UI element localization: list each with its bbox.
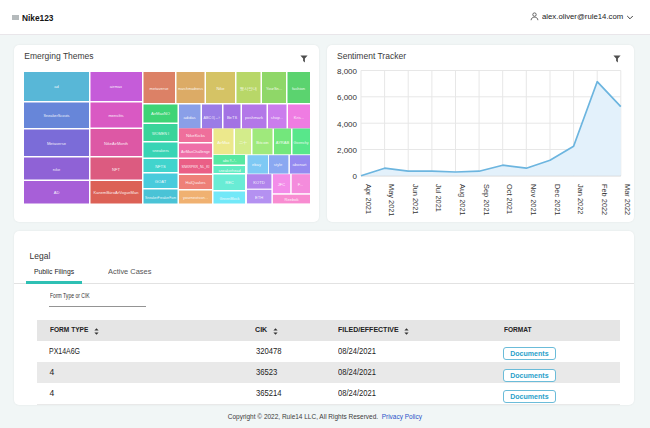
svg-text:fashion: fashion [292, 86, 306, 91]
svg-text:Sep 2021: Sep 2021 [482, 184, 491, 216]
svg-text:Kris...: Kris... [294, 115, 304, 120]
svg-text:poshmark: poshmark [245, 115, 264, 120]
svg-text:KOTD: KOTD [253, 180, 264, 185]
svg-text:yournextssn...: yournextssn... [183, 195, 208, 200]
svg-text:REC: REC [225, 180, 234, 185]
svg-text:Metaverse: Metaverse [47, 141, 67, 146]
svg-text:Mar 2022: Mar 2022 [623, 184, 632, 215]
svg-text:SneakerScouts: SneakerScouts [44, 113, 70, 118]
svg-text:Apr 2021: Apr 2021 [364, 184, 373, 214]
svg-text:SneakerFreakerFam: SneakerFreakerFam [145, 195, 176, 200]
svg-text:AirMaxNO: AirMaxNO [151, 111, 170, 116]
svg-text:ETH: ETH [255, 195, 263, 200]
svg-text:NFTS: NFTS [155, 164, 166, 169]
svg-text:NikeAirMonth: NikeAirMonth [104, 141, 129, 146]
svg-text:Dec 2021: Dec 2021 [553, 184, 562, 216]
svg-text:Jul 2021: Jul 2021 [434, 184, 443, 212]
svg-text:GOAT: GOAT [155, 179, 167, 184]
svg-text:6,000: 6,000 [337, 93, 358, 102]
svg-text:WOMEN I: WOMEN I [152, 131, 169, 136]
svg-text:Nov 2021: Nov 2021 [529, 184, 538, 216]
svg-text:Bitcoin: Bitcoin [256, 140, 269, 145]
svg-text:Jan 2022: Jan 2022 [576, 184, 585, 214]
svg-text:mensfits: mensfits [108, 113, 123, 118]
svg-text:abc२–!-: abc२–!- [223, 158, 237, 163]
svg-text:Oct 2021: Oct 2021 [505, 184, 514, 214]
svg-text:4,000: 4,000 [337, 120, 358, 129]
svg-text:8,000: 8,000 [337, 67, 358, 76]
svg-text:NikeKicks: NikeKicks [186, 133, 205, 138]
svg-text:Reebok: Reebok [284, 197, 299, 202]
svg-text:HalQuakes: HalQuakes [186, 180, 206, 185]
svg-text:AirMax: AirMax [217, 140, 230, 145]
svg-text:二十: 二十 [239, 140, 247, 145]
svg-text:ebay: ebay [252, 162, 262, 167]
svg-text:BeTS: BeTS [227, 115, 238, 120]
svg-text:KanemBüroArVogueMan: KanemBüroArVogueMan [94, 190, 140, 195]
svg-text:metaverse: metaverse [150, 86, 170, 91]
svg-text:Nike: Nike [216, 86, 225, 91]
svg-text:sneakers: sneakers [152, 148, 169, 153]
svg-text:style: style [274, 162, 283, 167]
svg-text:0: 0 [353, 172, 358, 181]
svg-text:Feb 2022: Feb 2022 [600, 184, 609, 215]
svg-text:Jun 2021: Jun 2021 [411, 184, 420, 214]
svg-text:abonart: abonart [293, 162, 308, 167]
svg-text:Aug 2021: Aug 2021 [458, 184, 467, 216]
svg-text:May 2021: May 2021 [387, 184, 396, 216]
svg-text:AYRAB: AYRAB [276, 140, 290, 145]
svg-text:sneakerhead: sneakerhead [219, 168, 242, 173]
svg-text:2,000: 2,000 [337, 146, 358, 155]
svg-text:JFC: JFC [278, 182, 286, 187]
svg-text:GreenBlock: GreenBlock [220, 196, 241, 201]
svg-text:ABC여→⊦: ABC여→⊦ [204, 115, 221, 120]
svg-text:nike: nike [53, 167, 61, 172]
svg-text:F...: F... [298, 182, 303, 187]
svg-text:ad: ad [54, 84, 59, 89]
svg-text:shop...: shop... [271, 115, 283, 120]
svg-text:SNKRPKR_NL_KI: SNKRPKR_NL_KI [182, 164, 210, 169]
svg-text:marchmadness: marchmadness [178, 86, 203, 91]
svg-text:AD: AD [54, 190, 60, 195]
svg-text:adidas: adidas [183, 115, 195, 120]
svg-text:airmax: airmax [110, 84, 122, 89]
svg-text:NFT: NFT [112, 167, 120, 172]
svg-text:YourSn...: YourSn... [266, 86, 282, 91]
svg-text:Givenchy: Givenchy [294, 140, 310, 145]
svg-text:AirMaxChallenge: AirMaxChallenge [181, 149, 211, 154]
